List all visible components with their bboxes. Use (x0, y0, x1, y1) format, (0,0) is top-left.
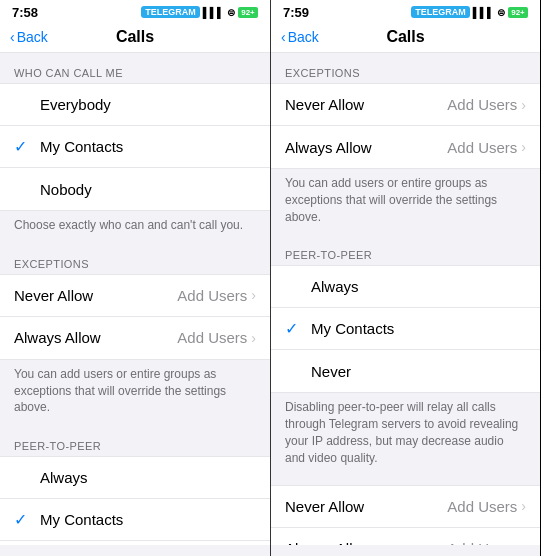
exceptions-group-right: Never Allow Add Users › Always Allow Add… (271, 83, 540, 169)
list-item[interactable]: Always Allow Add Users › (271, 126, 540, 168)
always-allow-br: Always Allow (285, 540, 447, 545)
option-label: Always (40, 469, 256, 486)
bottom-exceptions-right: Never Allow Add Users › Always Allow Add… (271, 485, 540, 545)
nav-bar-right: ‹ Back Calls (271, 22, 540, 53)
peer-group: Always ✓ My Contacts Never (0, 456, 270, 545)
back-button-left[interactable]: ‹ Back (10, 29, 48, 45)
add-users-r: Add Users (447, 96, 517, 113)
always-allow-label: Always Allow (14, 329, 177, 346)
content-left: WHO CAN CALL ME Everybody ✓ My Contacts … (0, 53, 270, 545)
never-allow-r: Never Allow (285, 96, 447, 113)
signal-icon-left: ▌▌▌ (203, 7, 224, 18)
who-can-call-group: Everybody ✓ My Contacts Nobody (0, 83, 270, 211)
never-label-r: Never (311, 363, 526, 380)
option-label: My Contacts (40, 138, 256, 155)
time-right: 7:59 (283, 5, 309, 20)
nav-bar-left: ‹ Back Calls (0, 22, 270, 53)
who-can-call-header: WHO CAN CALL ME (0, 53, 270, 83)
list-item[interactable]: Never (0, 541, 270, 545)
check-icon-mycontacts: ✓ (14, 137, 30, 156)
back-button-right[interactable]: ‹ Back (281, 29, 319, 45)
option-label: Nobody (40, 181, 256, 198)
wifi-icon-right: ⊜ (497, 7, 505, 18)
status-icons-left: TELEGRAM ▌▌▌ ⊜ 92+ (141, 6, 258, 18)
exceptions-description: You can add users or entire groups as ex… (0, 360, 270, 426)
list-item[interactable]: Never Allow Add Users › (0, 275, 270, 317)
list-item[interactable]: Nobody (0, 168, 270, 210)
chevron-icon: › (521, 498, 526, 514)
list-item[interactable]: ✓ My Contacts (271, 308, 540, 350)
list-item[interactable]: Always Allow Add Users › (271, 528, 540, 545)
back-label-right: Back (288, 29, 319, 45)
exceptions-header-right: EXCEPTIONS (271, 53, 540, 83)
add-users-br2: Add Users (447, 540, 517, 545)
chevron-icon: › (521, 541, 526, 545)
option-label: Everybody (40, 96, 256, 113)
telegram-badge-left: TELEGRAM (141, 6, 200, 18)
list-item[interactable]: Always (271, 266, 540, 308)
peer-description-right: Disabling peer-to-peer will relay all ca… (271, 393, 540, 476)
telegram-badge-right: TELEGRAM (411, 6, 470, 18)
never-allow-label: Never Allow (14, 287, 177, 304)
list-item[interactable]: Never (271, 350, 540, 392)
status-bar-right: 7:59 TELEGRAM ▌▌▌ ⊜ 92+ (271, 0, 540, 22)
list-item[interactable]: Always Allow Add Users › (0, 317, 270, 359)
list-item[interactable]: Always (0, 457, 270, 499)
check-mycontacts-peer: ✓ (14, 510, 30, 529)
back-chevron-left: ‹ (10, 29, 15, 45)
battery-left: 92+ (238, 7, 258, 18)
add-users-label: Add Users (177, 329, 247, 346)
status-bar-left: 7:58 TELEGRAM ▌▌▌ ⊜ 92+ (0, 0, 270, 22)
time-left: 7:58 (12, 5, 38, 20)
signal-icon-right: ▌▌▌ (473, 7, 494, 18)
add-users-r2: Add Users (447, 139, 517, 156)
add-users-br: Add Users (447, 498, 517, 515)
exceptions-description-right: You can add users or entire groups as ex… (271, 169, 540, 235)
mycontacts-label-r: My Contacts (311, 320, 526, 337)
peer-header-right: PEER-TO-PEER (271, 235, 540, 265)
list-item[interactable]: Everybody (0, 84, 270, 126)
list-item[interactable]: Never Allow Add Users › (271, 84, 540, 126)
always-label-r: Always (311, 278, 526, 295)
list-item[interactable]: Never Allow Add Users › (271, 486, 540, 528)
content-right: EXCEPTIONS Never Allow Add Users › Alway… (271, 53, 540, 545)
page-title-left: Calls (116, 28, 154, 46)
list-item[interactable]: ✓ My Contacts (0, 499, 270, 541)
back-label-left: Back (17, 29, 48, 45)
wifi-icon-left: ⊜ (227, 7, 235, 18)
chevron-icon: › (521, 139, 526, 155)
peer-header: PEER-TO-PEER (0, 426, 270, 456)
status-icons-right: TELEGRAM ▌▌▌ ⊜ 92+ (411, 6, 528, 18)
battery-right: 92+ (508, 7, 528, 18)
page-title-right: Calls (386, 28, 424, 46)
option-label: My Contacts (40, 511, 256, 528)
exceptions-header: EXCEPTIONS (0, 244, 270, 274)
always-allow-r: Always Allow (285, 139, 447, 156)
never-allow-br: Never Allow (285, 498, 447, 515)
who-description: Choose exactly who can and can't call yo… (0, 211, 270, 244)
chevron-icon: › (251, 287, 256, 303)
back-chevron-right: ‹ (281, 29, 286, 45)
exceptions-group: Never Allow Add Users › Always Allow Add… (0, 274, 270, 360)
chevron-icon: › (251, 330, 256, 346)
list-item[interactable]: ✓ My Contacts (0, 126, 270, 168)
right-screen: 7:59 TELEGRAM ▌▌▌ ⊜ 92+ ‹ Back Calls EXC… (270, 0, 540, 556)
add-users-label: Add Users (177, 287, 247, 304)
peer-group-right: Always ✓ My Contacts Never (271, 265, 540, 393)
chevron-icon: › (521, 97, 526, 113)
check-mycontacts-r: ✓ (285, 319, 301, 338)
left-screen: 7:58 TELEGRAM ▌▌▌ ⊜ 92+ ‹ Back Calls WHO… (0, 0, 270, 556)
